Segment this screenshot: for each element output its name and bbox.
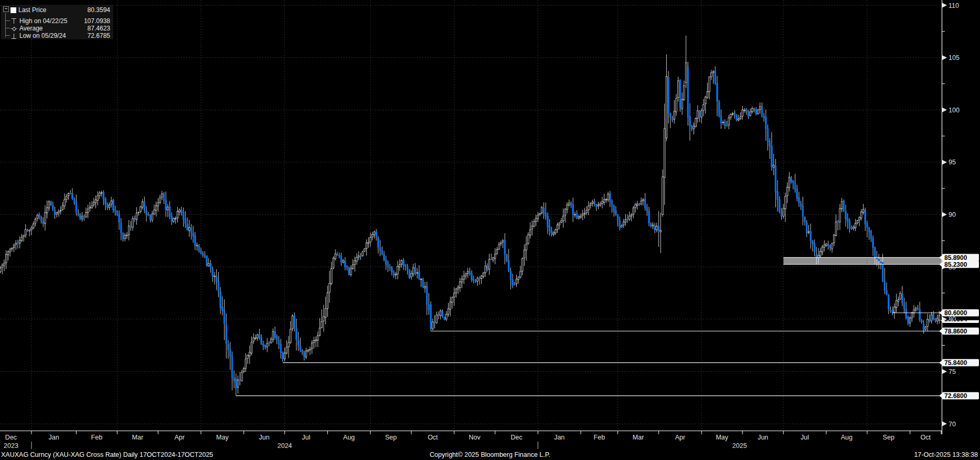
candle-body-down: [438, 314, 440, 315]
candle-body-down: [816, 254, 817, 257]
candle-body-up: [257, 335, 258, 338]
candle-body-up: [939, 316, 940, 320]
candle-body-down: [753, 109, 755, 110]
candle-body-up: [835, 222, 837, 235]
candle-body-down: [715, 71, 716, 83]
resistance-band[interactable]: [783, 257, 942, 264]
band-bottom-label[interactable]: 85.2300: [939, 261, 979, 268]
line-label-0[interactable]: 80.6000: [939, 309, 979, 317]
candle-body-down: [874, 248, 876, 258]
candle-body-down: [73, 199, 75, 203]
candle-body-down: [806, 223, 807, 233]
candle-body-up: [453, 293, 455, 297]
candle-body-down: [543, 208, 545, 213]
candle-body-down: [933, 314, 934, 319]
candle-body-down: [644, 199, 646, 207]
candle-body-up: [502, 241, 504, 242]
candle-body-down: [226, 325, 227, 343]
candle-body-down: [748, 111, 749, 116]
candle-body-down: [216, 276, 217, 281]
candle-body-down: [274, 332, 276, 337]
candle-body-up: [602, 202, 603, 204]
candle-body-down: [576, 214, 578, 218]
candle-body-down: [506, 255, 508, 261]
candle-body-down: [181, 210, 183, 213]
candle-body-up: [307, 350, 309, 351]
candle-body-up: [832, 244, 833, 249]
candle-body-up: [603, 200, 605, 202]
legend-row-average[interactable]: Average 87.4623: [10, 25, 113, 32]
candle-body-up: [311, 343, 313, 349]
candle-body-down: [796, 189, 798, 198]
candle-body-up: [109, 205, 110, 207]
x-axis-year-label: 2025: [732, 442, 747, 449]
candle-body-down: [389, 267, 391, 268]
candle-body-up: [457, 287, 459, 289]
candle-body-up: [2, 265, 3, 267]
candle-body-up: [584, 213, 585, 214]
candle-body-down: [638, 204, 640, 205]
candle-body-up: [46, 207, 48, 213]
x-axis-month-label: May: [716, 434, 728, 441]
candle-body-up: [31, 228, 33, 229]
candle-body-down: [794, 183, 796, 190]
candle-body-up: [662, 177, 664, 215]
candle-body-up: [0, 268, 1, 271]
candle-body-up: [913, 310, 915, 313]
candle-body-up: [255, 338, 257, 339]
candle-body-down: [777, 192, 779, 200]
candle-body-up: [520, 271, 521, 277]
candle-body-down: [929, 319, 930, 320]
candle-body-up: [853, 227, 855, 228]
candle-body-up: [89, 207, 91, 208]
candle-body-down: [300, 346, 301, 350]
candle-body-up: [752, 108, 753, 111]
candle-body-down: [870, 232, 872, 239]
label-text: 85.8900: [944, 254, 967, 262]
y-axis-tick-label: 110: [949, 2, 959, 9]
legend-row-low[interactable]: Low on 05/29/24 72.6785: [10, 32, 113, 39]
candle-body-down: [765, 118, 767, 129]
band-top-label[interactable]: 85.8900: [939, 254, 979, 262]
candle-body-down: [376, 232, 377, 237]
candle-body-down: [767, 129, 769, 142]
candle-body-up: [68, 194, 69, 196]
candle-body-down: [183, 212, 184, 219]
candle-body-up: [537, 215, 539, 218]
candle-body-up: [354, 260, 356, 264]
legend-row-last-price[interactable]: Last Price 80.3594: [10, 6, 113, 14]
candle-body-down: [278, 340, 280, 344]
legend-label: Last Price: [18, 6, 46, 14]
candle-body-up: [730, 114, 732, 117]
candle-body-down: [72, 193, 73, 198]
candle-body-up: [401, 260, 402, 264]
candle-body-up: [420, 279, 422, 279]
line-label-3[interactable]: 72.6800: [939, 392, 979, 400]
candle-body-up: [111, 201, 112, 204]
candle-body-up: [722, 122, 724, 123]
candle-body-down: [718, 102, 720, 116]
candle-body-down: [280, 344, 282, 353]
candle-body-down: [338, 255, 340, 256]
candle-body-up: [896, 301, 897, 308]
candle-body-down: [187, 224, 188, 230]
candle-body-up: [350, 268, 352, 275]
candle-body-up: [48, 202, 50, 208]
legend-collapse-icon[interactable]: [3, 6, 9, 12]
candle-body-down: [613, 206, 615, 211]
candle-body-down: [668, 77, 669, 113]
line-label-1[interactable]: 78.8600: [939, 328, 979, 335]
candle-body-up: [87, 209, 89, 213]
candle-body-down: [812, 241, 814, 244]
candle-body-up: [417, 273, 418, 273]
candle-body-up: [370, 237, 371, 242]
legend-row-high[interactable]: High on 04/22/25 107.0938: [10, 17, 113, 25]
candle-body-down: [471, 274, 473, 280]
candle-body-down: [829, 245, 831, 248]
x-axis-month-label: Apr: [174, 434, 184, 441]
legend-tree-stub: [5, 28, 10, 28]
candle-body-down: [76, 202, 77, 213]
line-label-2[interactable]: 75.8400: [939, 359, 979, 367]
candle-body-down: [775, 166, 776, 192]
candle-body-down: [163, 193, 165, 200]
